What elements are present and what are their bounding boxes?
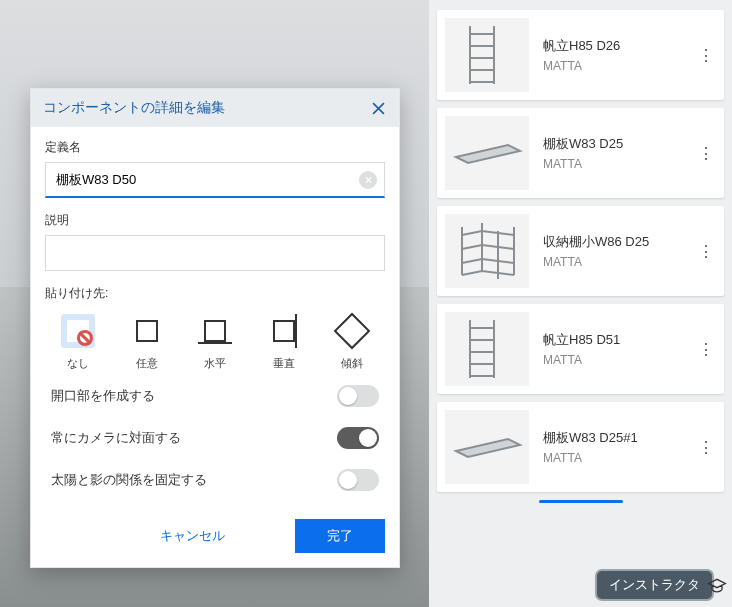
shadows-face-sun-row: 太陽と影の関係を固定する bbox=[45, 459, 385, 501]
cut-opening-row: 開口部を作成する bbox=[45, 375, 385, 417]
glue-option-any[interactable]: 任意 bbox=[120, 314, 174, 371]
component-author: MATTA bbox=[543, 255, 694, 269]
definition-name-field[interactable]: ✕ bbox=[45, 162, 385, 198]
dialog-header: コンポーネントの詳細を編集 bbox=[31, 89, 399, 127]
component-author: MATTA bbox=[543, 59, 694, 73]
more-options-icon[interactable]: ⋮ bbox=[694, 43, 718, 67]
more-options-icon[interactable]: ⋮ bbox=[694, 239, 718, 263]
definition-name-input[interactable] bbox=[45, 162, 385, 198]
glue-to-options: なし 任意 水平 垂直 bbox=[51, 314, 379, 371]
description-label: 説明 bbox=[45, 212, 385, 229]
component-thumbnail bbox=[445, 312, 529, 386]
face-camera-label: 常にカメラに対面する bbox=[51, 429, 181, 447]
component-name: 帆立H85 D51 bbox=[543, 331, 694, 349]
graduation-cap-icon[interactable] bbox=[706, 575, 728, 597]
face-camera-row: 常にカメラに対面する bbox=[45, 417, 385, 459]
component-thumbnail bbox=[445, 410, 529, 484]
glue-to-label: 貼り付け先: bbox=[45, 285, 385, 302]
glue-sloped-icon bbox=[335, 314, 369, 348]
more-options-icon[interactable]: ⋮ bbox=[694, 435, 718, 459]
component-name: 棚板W83 D25 bbox=[543, 135, 694, 153]
cut-opening-toggle[interactable] bbox=[337, 385, 379, 407]
glue-any-icon bbox=[130, 314, 164, 348]
glue-none-label: なし bbox=[51, 356, 105, 371]
clear-input-icon[interactable]: ✕ bbox=[359, 171, 377, 189]
glue-option-horizontal[interactable]: 水平 bbox=[188, 314, 242, 371]
panel-scroll-indicator bbox=[539, 500, 623, 503]
component-name: 収納棚小W86 D25 bbox=[543, 233, 694, 251]
svg-marker-1 bbox=[456, 439, 520, 457]
component-card[interactable]: 棚板W83 D25MATTA⋮ bbox=[437, 108, 724, 198]
glue-option-sloped[interactable]: 傾斜 bbox=[325, 314, 379, 371]
glue-sloped-label: 傾斜 bbox=[325, 356, 379, 371]
instructor-button[interactable]: インストラクタ bbox=[595, 569, 714, 601]
glue-horizontal-label: 水平 bbox=[188, 356, 242, 371]
glue-option-none[interactable]: なし bbox=[51, 314, 105, 371]
glue-any-label: 任意 bbox=[120, 356, 174, 371]
component-author: MATTA bbox=[543, 451, 694, 465]
glue-option-vertical[interactable]: 垂直 bbox=[257, 314, 311, 371]
components-panel: 帆立H85 D26MATTA⋮棚板W83 D25MATTA⋮収納棚小W86 D2… bbox=[429, 0, 732, 607]
shadows-face-sun-toggle[interactable] bbox=[337, 469, 379, 491]
component-name: 帆立H85 D26 bbox=[543, 37, 694, 55]
component-name: 棚板W83 D25#1 bbox=[543, 429, 694, 447]
more-options-icon[interactable]: ⋮ bbox=[694, 337, 718, 361]
glue-vertical-icon bbox=[267, 314, 301, 348]
component-card[interactable]: 棚板W83 D25#1MATTA⋮ bbox=[437, 402, 724, 492]
cancel-button[interactable]: キャンセル bbox=[160, 527, 225, 545]
component-card[interactable]: 帆立H85 D51MATTA⋮ bbox=[437, 304, 724, 394]
component-thumbnail bbox=[445, 18, 529, 92]
description-input[interactable] bbox=[45, 235, 385, 271]
done-button[interactable]: 完了 bbox=[295, 519, 385, 553]
definition-name-label: 定義名 bbox=[45, 139, 385, 156]
edit-component-dialog: コンポーネントの詳細を編集 定義名 ✕ 説明 貼り付け先: なし bbox=[30, 88, 400, 568]
component-thumbnail bbox=[445, 116, 529, 190]
close-icon[interactable] bbox=[369, 99, 387, 117]
component-thumbnail bbox=[445, 214, 529, 288]
component-author: MATTA bbox=[543, 157, 694, 171]
more-options-icon[interactable]: ⋮ bbox=[694, 141, 718, 165]
instructor-label: インストラクタ bbox=[609, 576, 700, 594]
component-card[interactable]: 帆立H85 D26MATTA⋮ bbox=[437, 10, 724, 100]
component-author: MATTA bbox=[543, 353, 694, 367]
dialog-title: コンポーネントの詳細を編集 bbox=[43, 99, 225, 117]
glue-none-icon bbox=[61, 314, 95, 348]
glue-horizontal-icon bbox=[198, 314, 232, 348]
cut-opening-label: 開口部を作成する bbox=[51, 387, 155, 405]
face-camera-toggle[interactable] bbox=[337, 427, 379, 449]
glue-vertical-label: 垂直 bbox=[257, 356, 311, 371]
shadows-face-sun-label: 太陽と影の関係を固定する bbox=[51, 471, 207, 489]
svg-marker-0 bbox=[456, 145, 520, 163]
component-card[interactable]: 収納棚小W86 D25MATTA⋮ bbox=[437, 206, 724, 296]
description-field[interactable] bbox=[45, 235, 385, 271]
